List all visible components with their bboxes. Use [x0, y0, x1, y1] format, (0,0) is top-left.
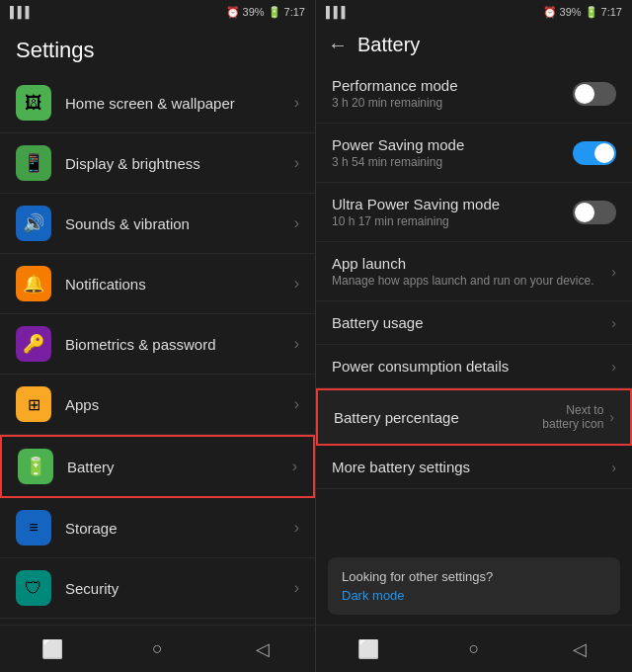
battery-chevron: › — [292, 458, 297, 475]
battery-settings-list: Performance mode 3 h 20 min remaining Po… — [316, 64, 632, 547]
ultra-toggle-knob — [575, 203, 594, 222]
battery-percentage-right: Next tobattery icon › — [542, 403, 614, 431]
right-nav-square[interactable]: ⬜ — [351, 631, 386, 667]
power-saving-toggle-knob — [594, 143, 614, 163]
battery-percentage-chevron: › — [609, 409, 614, 425]
settings-item-privacy[interactable]: 🔒 Privacy › — [0, 619, 315, 625]
settings-item-sounds[interactable]: 🔊 Sounds & vibration › — [0, 194, 315, 254]
ultra-power-saving-title: Ultra Power Saving mode — [332, 196, 573, 212]
dark-mode-link[interactable]: Dark mode — [342, 588, 606, 603]
home-screen-label: Home screen & wallpaper — [65, 95, 294, 112]
apps-label: Apps — [65, 396, 294, 413]
settings-item-home-screen[interactable]: 🖼 Home screen & wallpaper › — [0, 73, 315, 133]
settings-item-apps[interactable]: ⊞ Apps › — [0, 375, 315, 435]
security-icon: 🛡 — [16, 570, 51, 606]
biometrics-label: Biometrics & password — [65, 336, 294, 353]
settings-item-security[interactable]: 🛡 Security › — [0, 558, 315, 619]
left-battery-icon: 🔋 — [268, 6, 281, 19]
right-signal-icon: ▌▌▌ — [326, 6, 349, 18]
storage-chevron: › — [294, 519, 299, 537]
signal-icon: ▌▌▌ — [10, 6, 33, 18]
alarm-icon: ⏰ — [226, 6, 240, 19]
battery-percentage-item[interactable]: Battery percentage Next tobattery icon › — [316, 388, 632, 446]
power-saving-toggle[interactable] — [573, 141, 616, 165]
app-launch-title: App launch — [332, 255, 611, 272]
app-launch-chevron: › — [611, 264, 616, 280]
performance-mode-title: Performance mode — [332, 77, 573, 94]
left-panel: ▌▌▌ ⏰ 39% 🔋 7:17 Settings 🖼 Home screen … — [0, 0, 316, 672]
left-bottom-nav: ⬜ ○ ◁ — [0, 625, 315, 672]
right-bottom-nav: ⬜ ○ ◁ — [316, 625, 632, 672]
security-label: Security — [65, 580, 294, 597]
right-status-right: ⏰ 39% 🔋 7:17 — [543, 6, 622, 19]
battery-header: ← Battery — [316, 24, 632, 64]
power-saving-subtitle: 3 h 54 min remaining — [332, 155, 573, 169]
power-saving-title: Power Saving mode — [332, 136, 573, 153]
power-saving-item[interactable]: Power Saving mode 3 h 54 min remaining — [316, 124, 632, 183]
power-saving-content: Power Saving mode 3 h 54 min remaining — [332, 136, 573, 169]
right-panel: ▌▌▌ ⏰ 39% 🔋 7:17 ← Battery Performance m… — [316, 0, 632, 672]
battery-usage-item[interactable]: Battery usage › — [316, 301, 632, 345]
battery-icon: 🔋 — [18, 449, 53, 484]
performance-mode-item[interactable]: Performance mode 3 h 20 min remaining — [316, 64, 632, 124]
notifications-chevron: › — [294, 275, 299, 293]
suggestion-box: Looking for other settings? Dark mode — [328, 557, 620, 615]
app-launch-item[interactable]: App launch Manage how apps launch and ru… — [316, 242, 632, 301]
security-chevron: › — [294, 579, 299, 597]
right-time: 7:17 — [601, 6, 622, 18]
more-battery-title: More battery settings — [332, 459, 611, 475]
battery-usage-title: Battery usage — [332, 314, 611, 331]
settings-item-biometrics[interactable]: 🔑 Biometrics & password › — [0, 314, 315, 375]
storage-icon: ≡ — [16, 510, 51, 546]
home-screen-chevron: › — [294, 94, 299, 112]
ultra-power-saving-item[interactable]: Ultra Power Saving mode 10 h 17 min rema… — [316, 183, 632, 242]
power-consumption-item[interactable]: Power consumption details › — [316, 345, 632, 388]
settings-item-display[interactable]: 📱 Display & brightness › — [0, 133, 315, 194]
back-button[interactable]: ← — [328, 34, 348, 56]
battery-page-title: Battery — [357, 34, 420, 56]
app-launch-content: App launch Manage how apps launch and ru… — [332, 255, 611, 288]
settings-title: Settings — [0, 24, 315, 73]
settings-item-battery[interactable]: 🔋 Battery › — [0, 435, 315, 498]
settings-item-notifications[interactable]: 🔔 Notifications › — [0, 254, 315, 314]
more-battery-item[interactable]: More battery settings › — [316, 446, 632, 489]
ultra-power-saving-subtitle: 10 h 17 min remaining — [332, 214, 573, 228]
performance-mode-subtitle: 3 h 20 min remaining — [332, 96, 573, 110]
right-battery-icon: 🔋 — [585, 6, 598, 19]
notifications-icon: 🔔 — [16, 266, 51, 301]
left-time: 7:17 — [284, 6, 305, 18]
apps-icon: ⊞ — [16, 386, 51, 422]
biometrics-chevron: › — [294, 335, 299, 353]
right-nav-circle[interactable]: ○ — [456, 631, 492, 667]
sounds-icon: 🔊 — [16, 206, 51, 241]
right-alarm-icon: ⏰ — [543, 6, 557, 19]
display-icon: 📱 — [16, 145, 51, 181]
battery-label: Battery — [67, 459, 292, 475]
right-nav-triangle[interactable]: ◁ — [562, 631, 597, 667]
power-consumption-content: Power consumption details — [332, 358, 611, 375]
ultra-power-saving-toggle[interactable] — [573, 201, 616, 224]
left-nav-circle[interactable]: ○ — [139, 631, 175, 667]
home-screen-icon: 🖼 — [16, 85, 51, 121]
sounds-label: Sounds & vibration — [65, 215, 294, 232]
right-status-bar: ▌▌▌ ⏰ 39% 🔋 7:17 — [316, 0, 632, 24]
suggestion-title: Looking for other settings? — [342, 569, 606, 584]
ultra-power-saving-content: Ultra Power Saving mode 10 h 17 min rema… — [332, 196, 573, 228]
left-status-right: ⏰ 39% 🔋 7:17 — [226, 6, 305, 19]
notifications-label: Notifications — [65, 276, 294, 293]
performance-mode-toggle[interactable] — [573, 82, 616, 106]
display-chevron: › — [294, 154, 299, 172]
power-consumption-title: Power consumption details — [332, 358, 611, 375]
performance-mode-content: Performance mode 3 h 20 min remaining — [332, 77, 573, 110]
left-battery-pct: 39% — [243, 6, 265, 18]
settings-item-storage[interactable]: ≡ Storage › — [0, 498, 315, 558]
settings-list: 🖼 Home screen & wallpaper › 📱 Display & … — [0, 73, 315, 625]
apps-chevron: › — [294, 395, 299, 413]
app-launch-subtitle: Manage how apps launch and run on your d… — [332, 274, 611, 288]
sounds-chevron: › — [294, 214, 299, 232]
left-nav-square[interactable]: ⬜ — [35, 631, 70, 667]
left-nav-triangle[interactable]: ◁ — [245, 631, 280, 667]
biometrics-icon: 🔑 — [16, 326, 51, 362]
more-battery-content: More battery settings — [332, 459, 611, 475]
battery-usage-chevron: › — [611, 315, 616, 331]
